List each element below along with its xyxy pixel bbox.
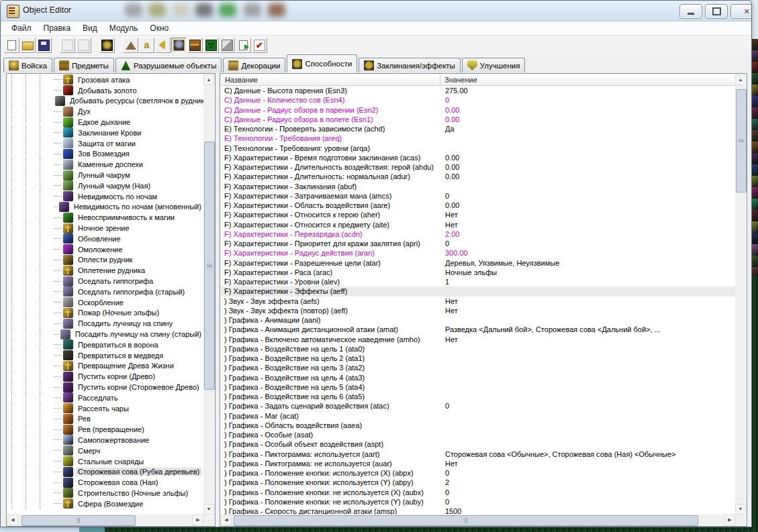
scroll-up-arrow[interactable]: ▲ bbox=[203, 74, 214, 85]
test-map-check-button[interactable]: ✔ bbox=[252, 38, 267, 53]
tree-item[interactable]: Лунный чакрум (Ная) bbox=[7, 180, 203, 191]
field-row[interactable]: ) Графика - Анимации (aani) bbox=[221, 315, 735, 325]
tree-horizontal-scrollbar[interactable]: ◀ ▶ bbox=[7, 515, 203, 525]
new-document-button[interactable] bbox=[4, 38, 19, 53]
tab-Предметы[interactable]: Предметы bbox=[54, 58, 114, 72]
tree-item[interactable]: Посадить лучницу на спину (старый) bbox=[7, 329, 203, 339]
field-row[interactable]: ) Звук - Звук эффекта (aefs)Нет bbox=[221, 297, 735, 306]
save-file-button[interactable] bbox=[36, 38, 52, 53]
export-settings-button[interactable] bbox=[236, 38, 251, 53]
field-row[interactable]: ) Графика - Воздействие на цель 2 (ata1) bbox=[221, 354, 735, 363]
tree-item[interactable]: Едкое дыхание bbox=[7, 117, 203, 127]
tree-item[interactable]: Невидимость по ночам (мгновенный) bbox=[7, 202, 203, 213]
scrollbar-thumb[interactable] bbox=[736, 89, 747, 193]
tree-item[interactable]: Расседлать bbox=[7, 392, 203, 403]
tab-Разрушаемые объекты[interactable]: Разрушаемые объекты bbox=[115, 58, 222, 72]
field-row[interactable]: F) Характеристики - Относится к герою (a… bbox=[221, 210, 735, 219]
field-row[interactable]: F) Характеристики - Перезарядка (acdn)2.… bbox=[221, 229, 735, 239]
tree-item[interactable]: Рассеять чары bbox=[7, 403, 203, 414]
field-row[interactable]: ) Звук - Звук эффекта (повтор) (aefl)Нет bbox=[221, 306, 735, 315]
field-row[interactable]: ) Графика - Особый объект воздействия (a… bbox=[221, 439, 735, 449]
tree-item[interactable]: Ночное зрение bbox=[7, 223, 203, 233]
tree-item[interactable]: Сторожевая сова (Рубка деревьев) bbox=[7, 466, 203, 477]
tree-item[interactable]: Каменные доспехи bbox=[7, 159, 203, 170]
field-row[interactable]: ) Графика - Положение кнопки: не использ… bbox=[221, 497, 735, 507]
script-editor-a-button[interactable]: a bbox=[139, 38, 154, 53]
field-row[interactable]: ) Графика - Пиктограмма: используется (a… bbox=[221, 449, 735, 459]
tree-item[interactable]: Сторожевая сова (Ная) bbox=[7, 477, 203, 488]
close-button[interactable]: ✕ bbox=[730, 4, 751, 19]
tree-item[interactable]: Добывать золото bbox=[7, 85, 203, 96]
field-row[interactable]: F) Характеристики - Затрачиваемая мана (… bbox=[221, 191, 735, 201]
field-row[interactable]: ) Графика - Положение кнопки: использует… bbox=[221, 478, 735, 487]
object-editor-button[interactable] bbox=[171, 38, 187, 53]
scroll-down-arrow[interactable]: ▼ bbox=[203, 504, 214, 515]
field-row[interactable]: C) Данные - Радиус обзора в парении (Esn… bbox=[221, 105, 735, 115]
tree-item[interactable]: Превратиться в медведя bbox=[7, 350, 203, 361]
scroll-up-arrow[interactable]: ▲ bbox=[735, 74, 746, 85]
tree-item[interactable]: Стальные снаряды bbox=[7, 456, 203, 467]
tree-item[interactable]: Оплести рудник bbox=[7, 255, 203, 266]
object-manager-button[interactable] bbox=[220, 38, 235, 53]
field-row[interactable]: ) Графика - Воздействие на цель 6 (ata5) bbox=[221, 392, 735, 401]
tree-item[interactable]: Сфера (Возмездие bbox=[7, 498, 203, 509]
grid-vertical-scrollbar[interactable]: ▲ ▼ bbox=[735, 74, 746, 515]
tab-Заклинания/эффекты[interactable]: Заклинания/эффекты bbox=[359, 58, 460, 72]
tree-item[interactable]: Превратиться в ворона bbox=[7, 339, 203, 350]
tree-item[interactable]: Пустить корни (Сторожевое Древо) bbox=[7, 382, 203, 392]
field-row[interactable]: ) Графика - Маг (acat) bbox=[221, 411, 735, 421]
field-row[interactable]: F) Характеристики - Приоритет для кражи … bbox=[221, 239, 735, 248]
tree-item[interactable]: Обновление bbox=[7, 233, 203, 244]
tree-item[interactable]: Защита от магии bbox=[7, 138, 203, 149]
field-row[interactable]: F) Характеристики - Длительность: нормал… bbox=[221, 172, 735, 181]
tree-item[interactable]: Рев (превращение) bbox=[7, 424, 203, 435]
field-row[interactable]: ) Графика - Воздействие на цель 1 (ata0) bbox=[221, 344, 735, 354]
menu-item-Модуль[interactable]: Модуль bbox=[103, 22, 144, 34]
tree-item[interactable]: Пожар (Ночные эльфы) bbox=[7, 308, 203, 319]
grid-horizontal-scrollbar[interactable]: ◀ ▶ bbox=[221, 515, 735, 525]
tree-item[interactable]: Невидимость по ночам bbox=[7, 191, 203, 202]
field-row[interactable]: F) Характеристики - Область воздействия … bbox=[221, 201, 735, 210]
field-row[interactable]: ) Графика - Воздействие на цель 3 (ata2) bbox=[221, 363, 735, 372]
field-row[interactable]: C) Данные - Количество сов (Esn4)0 bbox=[221, 95, 735, 105]
tree-item[interactable]: Превращение Древа Жизни bbox=[7, 361, 203, 372]
tree-item[interactable]: Заклинание Крови bbox=[7, 127, 203, 138]
tree-item[interactable]: Посадить лучницу на спину bbox=[7, 318, 203, 329]
field-row[interactable]: F) Характеристики - Уровни (alev)1 bbox=[221, 277, 735, 286]
scrollbar-thumb[interactable] bbox=[234, 515, 698, 526]
field-row[interactable]: ) Графика - Воздействие на цель 4 (ata3) bbox=[221, 373, 735, 382]
field-row[interactable]: ) Графика - Воздействие на цель 5 (ata4) bbox=[221, 382, 735, 392]
scroll-left-arrow[interactable]: ◀ bbox=[221, 515, 232, 525]
field-row[interactable]: ) Графика - Включено автоматическое наве… bbox=[221, 335, 735, 344]
minimize-button[interactable] bbox=[679, 4, 702, 19]
tree-item[interactable]: Оседлать гиппогрифа (старый) bbox=[7, 286, 203, 297]
field-row[interactable]: E) Технологии - Требования (areq) bbox=[221, 134, 735, 143]
tree-item[interactable]: Оплетение рудника bbox=[7, 265, 203, 276]
scroll-right-arrow[interactable]: ▶ bbox=[193, 515, 203, 525]
tree-item[interactable]: Рев bbox=[7, 414, 203, 425]
field-row[interactable]: C) Данные - Высота парения (Esn3)275.00 bbox=[221, 86, 735, 95]
field-row[interactable]: F) Характеристики - Эффекты (aeff) bbox=[221, 286, 735, 296]
field-row[interactable]: E) Технологии - Требования: уровни (arqa… bbox=[221, 144, 735, 153]
field-row[interactable]: ) Графика - Область воздействия (aaea) bbox=[221, 421, 735, 430]
tab-Способности[interactable]: Способности bbox=[287, 54, 357, 72]
tab-Декорации[interactable]: Декорации bbox=[223, 58, 285, 72]
field-row[interactable]: ) Графика - Пиктограмма: не используется… bbox=[221, 459, 735, 468]
scroll-right-arrow[interactable]: ▶ bbox=[724, 515, 735, 525]
field-row[interactable]: ) Графика - Анимация дистанционной атаки… bbox=[221, 325, 735, 334]
maximize-button[interactable] bbox=[705, 4, 728, 19]
field-row[interactable]: F) Характеристики - Заклинания (abuf) bbox=[221, 182, 735, 191]
tree-item[interactable]: Омоложение bbox=[7, 244, 203, 255]
tab-Войска[interactable]: Войска bbox=[3, 58, 52, 72]
field-row[interactable]: ) Графика - Задать сценарий воздействия … bbox=[221, 401, 735, 411]
field-row[interactable]: F) Характеристики - Длительность воздейс… bbox=[221, 162, 735, 172]
tree-item[interactable]: Лунный чакрум bbox=[7, 170, 203, 180]
import-manager-button[interactable] bbox=[203, 38, 219, 53]
tree-item[interactable]: Строительство (Ночные эльфы) bbox=[7, 488, 203, 498]
field-row[interactable]: ) Графика - Положение кнопки: использует… bbox=[221, 468, 735, 478]
abilities-fist-button[interactable] bbox=[99, 38, 115, 53]
scroll-down-arrow[interactable]: ▼ bbox=[735, 504, 746, 515]
terrain-editor-button[interactable] bbox=[123, 38, 138, 53]
scrollbar-thumb[interactable] bbox=[204, 142, 215, 390]
menu-item-Вид[interactable]: Вид bbox=[77, 22, 103, 34]
